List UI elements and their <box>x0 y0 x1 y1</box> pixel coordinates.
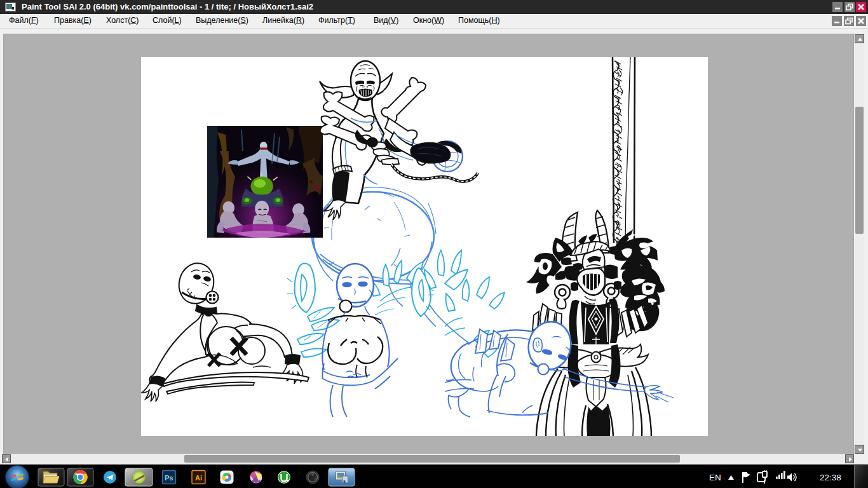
svg-text:EN: EN <box>709 473 721 482</box>
svg-text:Ps: Ps <box>165 474 173 482</box>
svg-text:22:38: 22:38 <box>820 473 841 482</box>
svg-text:Ai: Ai <box>195 474 202 482</box>
